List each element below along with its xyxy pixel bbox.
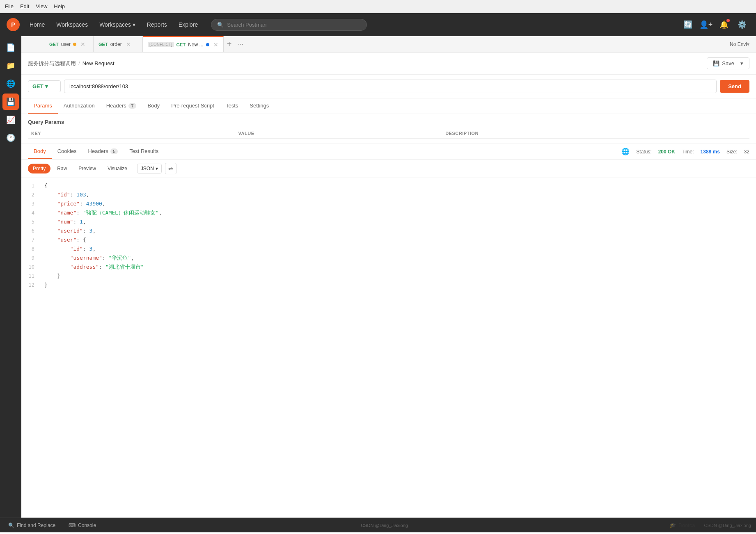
tab-get-order[interactable]: GET order ✕ [94, 36, 143, 52]
tab-dot-user [73, 43, 76, 46]
breadcrumb-parent: 服务拆分与远程调用 [28, 60, 76, 67]
add-tab-btn[interactable]: + [224, 39, 235, 50]
wrap-button[interactable]: ⇌ [165, 163, 176, 174]
tab-name-new: New ... [188, 42, 203, 48]
menu-view[interactable]: View [36, 3, 47, 9]
sidebar-history[interactable]: 🕐 [2, 130, 19, 146]
menu-file[interactable]: File [5, 3, 14, 9]
nav-home[interactable]: Home [25, 19, 50, 30]
tab-method-get-user: GET [49, 42, 59, 47]
sidebar: 📄 📁 🌐 💾 📈 🕐 [0, 36, 21, 518]
search-placeholder: Search Postman [227, 22, 266, 28]
code-line-4: 4 "name": "骆驼（CAMEL）休闲运动鞋女", [21, 208, 756, 217]
code-line-3: 3 "price": 43900, [21, 199, 756, 208]
invite-icon-btn[interactable]: 👤+ [699, 17, 713, 32]
req-tab-body[interactable]: Body [142, 98, 166, 114]
resp-tab-cookies[interactable]: Cookies [52, 144, 82, 159]
csdn-watermark: CSDN @Ding_Jiaxiong [704, 523, 751, 528]
send-button[interactable]: Send [720, 80, 749, 93]
no-env[interactable]: No Envi ▾ [730, 41, 756, 47]
req-tab-authorization[interactable]: Authorization [58, 98, 101, 114]
resp-body: 1 { 2 "id": 103, 3 "price": 43900, 4 " [21, 178, 756, 518]
sidebar-collections[interactable]: 📁 [2, 57, 19, 74]
req-tab-params[interactable]: Params [28, 98, 58, 114]
csdn-credit: CSDN @Ding_Jiaxiong [361, 523, 408, 528]
bootca-label: Bootca [678, 522, 695, 528]
sync-icon-btn[interactable]: 🔄 [680, 17, 695, 32]
req-tab-headers[interactable]: Headers 7 [101, 98, 142, 114]
tab-method-new: GET [176, 42, 186, 47]
notification-badge [726, 19, 730, 22]
menu-edit[interactable]: Edit [20, 3, 29, 9]
col-description: DESCRIPTION [442, 128, 749, 139]
req-tab-settings[interactable]: Settings [244, 98, 275, 114]
resp-view-pretty[interactable]: Pretty [28, 164, 50, 173]
query-params-section: Query Params KEY VALUE DESCRIPTION [21, 114, 756, 144]
tab-close-order[interactable]: ✕ [126, 41, 131, 48]
tab-name-order: order [110, 41, 122, 47]
console-btn[interactable]: ⌨ Console [65, 521, 99, 530]
search-container: 🔍 Search Postman [211, 19, 367, 31]
method-selector[interactable]: GET ▾ [28, 80, 61, 92]
nav-reports[interactable]: Reports [142, 19, 172, 30]
request-header: 服务拆分与远程调用 / New Request 💾 Save ▾ [21, 52, 756, 75]
menu-help[interactable]: Help [54, 3, 65, 9]
notification-icon-btn[interactable]: 🔔 [717, 17, 731, 32]
url-input[interactable] [64, 80, 717, 93]
sidebar-active[interactable]: 💾 [2, 94, 19, 110]
tab-more-btn[interactable]: ··· [235, 39, 247, 50]
nav-explore[interactable]: Explore [174, 19, 203, 30]
method-label: GET [32, 83, 44, 89]
resp-view-visualize[interactable]: Visualize [103, 164, 132, 173]
tab-close-user[interactable]: ✕ [80, 41, 85, 48]
code-line-1: 1 { [21, 181, 756, 190]
bottom-bar: 🔍 Find and Replace ⌨ Console CSDN @Ding_… [0, 518, 756, 532]
tab-conflict-new[interactable]: [CONFLICT] GET New ... ✕ [143, 36, 224, 52]
tab-close-new[interactable]: ✕ [213, 41, 218, 48]
headers-badge: 7 [128, 103, 136, 109]
method-dropdown-icon: ▾ [45, 83, 48, 89]
sidebar-monitor[interactable]: 📈 [2, 112, 19, 128]
format-selector[interactable]: JSON ▾ [137, 164, 162, 173]
tab-bar: GET user ✕ GET order ✕ [CONFLICT] GET Ne… [21, 36, 756, 52]
resp-tab-body[interactable]: Body [28, 144, 52, 159]
save-button[interactable]: 💾 Save ▾ [707, 57, 749, 69]
code-line-9: 9 "username": "华沉鱼", [21, 253, 756, 262]
format-dropdown-icon: ▾ [156, 166, 158, 171]
params-header: KEY VALUE DESCRIPTION [28, 128, 749, 139]
breadcrumb: 服务拆分与远程调用 / New Request [28, 60, 703, 67]
app-body: 📄 📁 🌐 💾 📈 🕐 GET user ✕ GET order ✕ [CONF… [0, 36, 756, 518]
nav-icons: 🔄 👤+ 🔔 ⚙️ [680, 17, 749, 32]
code-line-2: 2 "id": 103, [21, 190, 756, 199]
app-logo: P [7, 18, 20, 31]
nav-workspaces-inner[interactable]: Workspaces ▾ [94, 19, 140, 30]
time-value: 1388 ms [701, 149, 720, 155]
bootca-area: 🎓 Bootca CSDN @Ding_Jiaxiong [669, 522, 751, 528]
status-label: Status: [636, 149, 651, 155]
sync-icon: 🔄 [683, 20, 692, 29]
top-nav: P Home Workspaces Workspaces ▾ Reports E… [0, 13, 756, 36]
req-tab-tests[interactable]: Tests [220, 98, 244, 114]
resp-tab-test-results[interactable]: Test Results [124, 144, 164, 159]
nav-workspaces[interactable]: Workspaces [51, 19, 93, 30]
find-replace-btn[interactable]: 🔍 Find and Replace [5, 521, 59, 530]
size-value: 32 [744, 149, 749, 155]
tab-name-user: user [61, 41, 71, 47]
req-tab-prerequest[interactable]: Pre-request Script [165, 98, 220, 114]
save-dropdown-arrow[interactable]: ▾ [737, 60, 743, 66]
params-table: KEY VALUE DESCRIPTION [28, 128, 749, 139]
search-box[interactable]: 🔍 Search Postman [211, 19, 367, 31]
tab-conflict-label: [CONFLICT] [148, 42, 174, 47]
resp-view-preview[interactable]: Preview [73, 164, 101, 173]
bootca-icon: 🎓 [669, 522, 676, 528]
settings-icon-btn[interactable]: ⚙️ [735, 17, 749, 32]
sidebar-environments[interactable]: 🌐 [2, 75, 19, 92]
tab-method-get-order: GET [99, 42, 108, 47]
resp-tab-headers[interactable]: Headers 5 [82, 144, 124, 159]
sidebar-new[interactable]: 📄 [2, 39, 19, 56]
resp-headers-badge: 5 [110, 148, 118, 154]
code-line-11: 11 } [21, 272, 756, 281]
tab-get-user[interactable]: GET user ✕ [44, 36, 94, 52]
response-area: Body Cookies Headers 5 Test Results 🌐 St… [21, 144, 756, 518]
resp-view-raw[interactable]: Raw [52, 164, 72, 173]
